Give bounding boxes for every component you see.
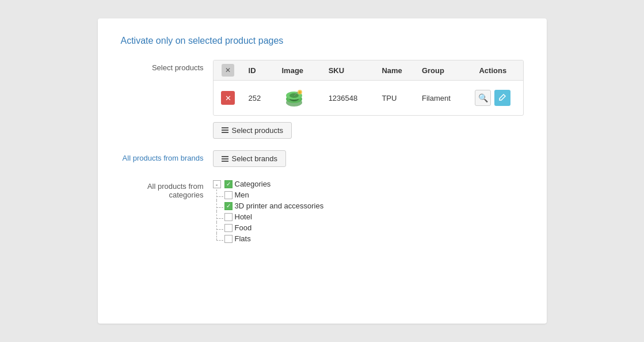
- tree-child-hotel: Hotel: [213, 211, 524, 222]
- hamburger-icon: [222, 156, 228, 162]
- categories-content: - ✓ Categories Men: [213, 178, 524, 244]
- search-product-button[interactable]: 🔍: [475, 90, 491, 106]
- row-id: 252: [243, 81, 276, 116]
- select-brands-button[interactable]: Select brands: [213, 150, 287, 167]
- table-header-row: ✕ ID Image SKU Name Group Actions: [214, 60, 523, 81]
- svg-point-6: [299, 91, 301, 93]
- product-table: ✕ ID Image SKU Name Group Actions: [214, 60, 523, 115]
- row-actions-cell: 🔍: [463, 81, 523, 116]
- product-image-svg: [283, 86, 306, 109]
- row-group: Filament: [416, 81, 463, 116]
- tree-row-hotel: Hotel: [224, 211, 524, 222]
- checkbox-men[interactable]: [224, 191, 233, 199]
- brands-section: All products from brands Select brands: [121, 150, 524, 168]
- select-products-section: Select products ✕ ID Image: [121, 60, 524, 139]
- tree-child-men: Men: [213, 189, 524, 200]
- row-remove-button[interactable]: ✕: [221, 91, 235, 105]
- select-brands-label: Select brands: [232, 154, 278, 163]
- tree-row-3dprinter: ✓ 3D printer and accessories: [224, 200, 524, 211]
- table-row: ✕ 252: [214, 81, 523, 116]
- tree-row-men: Men: [224, 189, 524, 200]
- categories-section: All products from categories - ✓ Categor…: [121, 178, 524, 244]
- col-group: Group: [416, 60, 463, 81]
- label-3dprinter: 3D printer and accessories: [235, 202, 324, 210]
- label-food: Food: [235, 223, 252, 232]
- row-remove-cell: ✕: [214, 81, 243, 116]
- edit-product-button[interactable]: [494, 90, 510, 106]
- edit-icon: [498, 93, 506, 103]
- col-name: Name: [376, 60, 416, 81]
- select-products-button[interactable]: Select products: [213, 122, 292, 139]
- header-clear-button[interactable]: ✕: [222, 64, 234, 77]
- label-hotel: Hotel: [235, 212, 252, 221]
- tree-expand-root[interactable]: -: [213, 180, 221, 188]
- col-sku: SKU: [323, 60, 376, 81]
- search-icon: 🔍: [478, 93, 488, 102]
- hamburger-icon: [222, 127, 228, 133]
- root-label[interactable]: Categories: [235, 180, 271, 188]
- tree-root-row: - ✓ Categories: [213, 178, 524, 189]
- brands-content: Select brands: [213, 150, 524, 168]
- close-icon: ✕: [225, 94, 231, 102]
- close-icon: ✕: [225, 66, 231, 74]
- checkbox-3dprinter[interactable]: ✓: [224, 202, 233, 210]
- row-name: TPU: [376, 81, 416, 116]
- tree-row-food: Food: [224, 222, 524, 233]
- label-flats: Flats: [235, 234, 251, 243]
- action-buttons: 🔍: [468, 90, 517, 106]
- col-remove: ✕: [214, 60, 243, 81]
- product-table-wrapper: ✕ ID Image SKU Name Group Actions: [213, 60, 524, 116]
- tree-root-item: - ✓ Categories Men: [213, 178, 524, 244]
- root-checkbox[interactable]: ✓: [224, 180, 233, 188]
- select-products-content: ✕ ID Image SKU Name Group Actions: [213, 60, 524, 139]
- row-sku: 1236548: [323, 81, 376, 116]
- tree-child-3dprinter: ✓ 3D printer and accessories: [213, 200, 524, 211]
- col-actions: Actions: [463, 60, 523, 81]
- tree-row-flats: Flats: [224, 233, 524, 244]
- checkbox-food[interactable]: [224, 224, 233, 232]
- page-title: Activate only on selected product pages: [121, 36, 524, 46]
- product-image: [281, 85, 307, 111]
- select-products-label: Select products: [232, 126, 284, 135]
- checkbox-flats[interactable]: [224, 235, 233, 243]
- checkbox-hotel[interactable]: [224, 213, 233, 221]
- categories-tree: - ✓ Categories Men: [213, 178, 524, 244]
- select-products-label: Select products: [121, 60, 213, 72]
- tree-children: Men ✓ 3D printer and accessories: [213, 189, 524, 244]
- col-id: ID: [243, 60, 276, 81]
- tree-child-flats: Flats: [213, 233, 524, 244]
- label-men: Men: [235, 191, 249, 199]
- col-image: Image: [276, 60, 322, 81]
- categories-label: All products from categories: [121, 178, 213, 199]
- brands-label: All products from brands: [121, 150, 213, 162]
- tree-child-food: Food: [213, 222, 524, 233]
- row-image-cell: [276, 81, 322, 116]
- main-card: Activate only on selected product pages …: [98, 18, 547, 324]
